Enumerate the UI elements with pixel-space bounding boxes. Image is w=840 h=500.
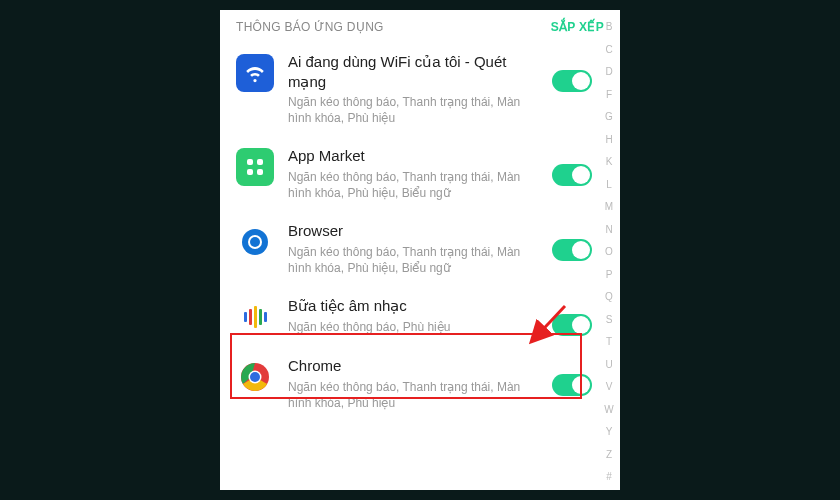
alpha-letter[interactable]: Q xyxy=(602,292,616,302)
wifi-icon xyxy=(236,54,274,92)
alpha-letter[interactable]: W xyxy=(602,405,616,415)
alpha-letter[interactable]: P xyxy=(602,270,616,280)
alpha-letter[interactable]: Y xyxy=(602,427,616,437)
app-desc: Ngăn kéo thông báo, Thanh trạng thái, Mà… xyxy=(288,379,532,411)
app-row-chrome[interactable]: Chrome Ngăn kéo thông báo, Thanh trạng t… xyxy=(236,346,600,421)
alpha-letter[interactable]: Z xyxy=(602,450,616,460)
svg-point-2 xyxy=(250,237,260,247)
music-icon xyxy=(236,298,274,336)
browser-icon xyxy=(236,223,274,261)
app-text: Browser Ngăn kéo thông báo, Thanh trạng … xyxy=(288,221,538,276)
app-row-browser[interactable]: Browser Ngăn kéo thông báo, Thanh trạng … xyxy=(236,211,600,286)
alpha-letter[interactable]: H xyxy=(602,135,616,145)
alpha-index[interactable]: B C D F G H K L M N O P Q S T U V W Y Z … xyxy=(602,22,616,482)
alpha-letter[interactable]: U xyxy=(602,360,616,370)
app-text: Chrome Ngăn kéo thông báo, Thanh trạng t… xyxy=(288,356,538,411)
app-text: Ai đang dùng WiFi của tôi - Quét mạng Ng… xyxy=(288,52,538,126)
alpha-letter[interactable]: N xyxy=(602,225,616,235)
alpha-letter[interactable]: B xyxy=(602,22,616,32)
alpha-letter[interactable]: T xyxy=(602,337,616,347)
svg-point-5 xyxy=(250,372,260,382)
app-list: Ai đang dùng WiFi của tôi - Quét mạng Ng… xyxy=(220,42,620,421)
alpha-letter[interactable]: K xyxy=(602,157,616,167)
alpha-letter[interactable]: O xyxy=(602,247,616,257)
settings-screen: THÔNG BÁO ỨNG DỤNG SẮP XẾP Ai đang dùng … xyxy=(220,10,620,490)
app-row-market[interactable]: App Market Ngăn kéo thông báo, Thanh trạ… xyxy=(236,136,600,211)
alpha-letter[interactable]: S xyxy=(602,315,616,325)
market-icon xyxy=(236,148,274,186)
app-name: Chrome xyxy=(288,356,532,376)
app-row-music[interactable]: Bữa tiệc âm nhạc Ngăn kéo thông báo, Phù… xyxy=(236,286,600,346)
app-text: App Market Ngăn kéo thông báo, Thanh trạ… xyxy=(288,146,538,201)
app-name: App Market xyxy=(288,146,532,166)
toggle-switch[interactable] xyxy=(552,164,592,186)
toggle-switch[interactable] xyxy=(552,374,592,396)
alpha-letter[interactable]: C xyxy=(602,45,616,55)
alpha-letter[interactable]: # xyxy=(602,472,616,482)
app-name: Bữa tiệc âm nhạc xyxy=(288,296,532,316)
app-desc: Ngăn kéo thông báo, Thanh trạng thái, Mà… xyxy=(288,94,532,126)
app-name: Ai đang dùng WiFi của tôi - Quét mạng xyxy=(288,52,532,91)
section-header: THÔNG BÁO ỨNG DỤNG SẮP XẾP xyxy=(220,10,620,42)
sort-button[interactable]: SẮP XẾP xyxy=(551,20,604,34)
app-text: Bữa tiệc âm nhạc Ngăn kéo thông báo, Phù… xyxy=(288,296,538,335)
toggle-switch[interactable] xyxy=(552,239,592,261)
alpha-letter[interactable]: L xyxy=(602,180,616,190)
alpha-letter[interactable]: D xyxy=(602,67,616,77)
app-desc: Ngăn kéo thông báo, Thanh trạng thái, Mà… xyxy=(288,244,532,276)
toggle-switch[interactable] xyxy=(552,314,592,336)
app-desc: Ngăn kéo thông báo, Phù hiệu xyxy=(288,319,532,335)
alpha-letter[interactable]: V xyxy=(602,382,616,392)
section-title: THÔNG BÁO ỨNG DỤNG xyxy=(236,20,384,34)
app-desc: Ngăn kéo thông báo, Thanh trạng thái, Mà… xyxy=(288,169,532,201)
toggle-switch[interactable] xyxy=(552,70,592,92)
app-name: Browser xyxy=(288,221,532,241)
alpha-letter[interactable]: M xyxy=(602,202,616,212)
alpha-letter[interactable]: G xyxy=(602,112,616,122)
alpha-letter[interactable]: F xyxy=(602,90,616,100)
chrome-icon xyxy=(236,358,274,396)
app-row-wifi[interactable]: Ai đang dùng WiFi của tôi - Quét mạng Ng… xyxy=(236,42,600,136)
